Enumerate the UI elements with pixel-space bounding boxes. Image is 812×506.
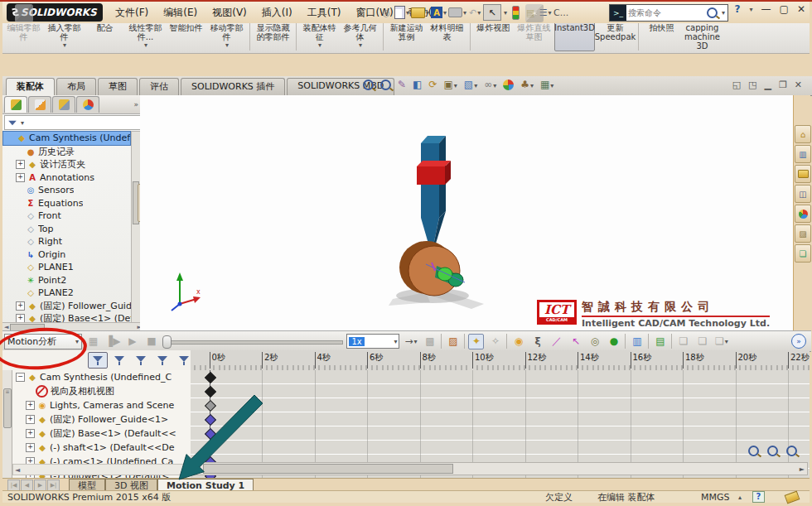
appearances-scenes-icon[interactable] bbox=[795, 205, 811, 223]
timeline-ruler[interactable]: 0秒2秒4秒6秒8秒10秒12秒14秒16秒18秒20秒22秒 bbox=[191, 350, 810, 371]
motion-tree-item-5[interactable]: +◆(-) shaft<1> (Default<<De bbox=[12, 441, 191, 455]
timebar-slider[interactable] bbox=[162, 335, 343, 348]
add-key-icon[interactable]: ✧ bbox=[487, 334, 503, 349]
filter-animated-icon[interactable] bbox=[109, 352, 129, 369]
commandmanager-tab-0[interactable]: 装配体 bbox=[6, 78, 55, 96]
hide-show-items-icon[interactable]: ∞▾ bbox=[484, 79, 496, 90]
commandmanager-tab-2[interactable]: 草图 bbox=[98, 78, 138, 96]
tree-expand-icon[interactable]: + bbox=[16, 160, 25, 169]
collapse-motionmanager-icon[interactable]: » bbox=[791, 334, 806, 349]
tab-nav-next-icon[interactable]: ▶ bbox=[34, 479, 46, 491]
panel-overflow-chevron-icon[interactable]: » bbox=[133, 100, 138, 108]
open-document-icon[interactable]: ▾ bbox=[411, 5, 429, 20]
linear-pattern-dropdown-icon[interactable]: ▾ bbox=[144, 41, 147, 49]
bottom-tab-0[interactable]: 模型 bbox=[69, 479, 105, 491]
force-icon[interactable]: ／ bbox=[549, 334, 564, 349]
feature-tree-item-7[interactable]: ◇Top bbox=[2, 223, 131, 236]
motion-tree-item-4[interactable]: +◆(固定) Base<1> (Default<< bbox=[12, 426, 191, 441]
search-magnifier-icon[interactable] bbox=[707, 7, 718, 18]
feature-tree-item-14[interactable]: +◆(固定) Base<1> (Defau bbox=[2, 312, 131, 322]
select-tool-dropdown[interactable]: ▾ bbox=[504, 9, 507, 17]
filter-none-icon[interactable] bbox=[88, 352, 108, 369]
zoom-area-icon[interactable] bbox=[380, 80, 391, 90]
calculate-icon[interactable]: ▦ bbox=[85, 334, 101, 349]
featuremanager-tab[interactable] bbox=[4, 96, 27, 113]
previous-view-icon[interactable]: ▣▾ bbox=[443, 79, 457, 90]
play-icon[interactable]: ▶ bbox=[124, 334, 140, 349]
bottom-tab-2[interactable]: Motion Study 1 bbox=[157, 479, 254, 491]
insert-component-dropdown-icon[interactable]: ▾ bbox=[63, 41, 66, 49]
tab-nav-last-icon[interactable]: ▶| bbox=[47, 479, 60, 491]
maximize-button[interactable]: ▢ bbox=[780, 3, 789, 15]
menu-item-1[interactable]: 编辑(E) bbox=[156, 3, 205, 22]
zoom-fit-icon[interactable] bbox=[363, 80, 374, 90]
search-dropdown-icon[interactable]: ▾ bbox=[722, 9, 725, 17]
move-component-dropdown-icon[interactable]: ▾ bbox=[225, 41, 229, 49]
timeline-zoom-out-icon[interactable] bbox=[786, 446, 797, 456]
spring-icon[interactable]: ξ bbox=[529, 334, 545, 349]
doc-close-icon[interactable]: ✕ bbox=[795, 80, 802, 90]
select-tool-icon[interactable]: ↖ bbox=[483, 4, 501, 21]
doc-minimize-icon[interactable]: ▁ bbox=[764, 80, 771, 90]
duplicate-study-icon[interactable]: ❏▾ bbox=[713, 334, 729, 349]
timeline-hscroll-left-icon[interactable]: ◄ bbox=[195, 465, 200, 473]
tab-nav-prev-icon[interactable]: ◀ bbox=[21, 479, 33, 491]
configurationmanager-tab[interactable] bbox=[52, 96, 75, 113]
displaymanager-tab[interactable] bbox=[76, 96, 99, 113]
tree-expand-icon[interactable]: + bbox=[16, 301, 25, 311]
doc-restore-right-icon[interactable]: ◳ bbox=[748, 80, 756, 90]
timeline-hscroll-right-icon[interactable]: ► bbox=[800, 465, 805, 473]
results-plots-icon[interactable]: ▥ bbox=[629, 334, 645, 349]
status-units-dropdown-icon[interactable]: ▴ bbox=[738, 494, 742, 501]
help-dropdown-icon[interactable]: ▾ bbox=[750, 6, 753, 13]
tree-expand-icon[interactable]: + bbox=[16, 314, 25, 322]
filter-selected-icon[interactable] bbox=[152, 352, 172, 369]
commandmanager-tab-1[interactable]: 布局 bbox=[56, 78, 96, 96]
motion-tree-vscrollbar[interactable]: ≡ bbox=[2, 370, 12, 478]
commandmanager-tab-3[interactable]: 评估 bbox=[139, 78, 179, 96]
timeline-zoom-in-icon[interactable] bbox=[767, 446, 778, 456]
custom-properties-icon[interactable]: ▨ bbox=[795, 224, 811, 243]
menu-item-3[interactable]: 插入(I) bbox=[254, 3, 300, 22]
tree-filter-dropdown-icon[interactable]: ▾ bbox=[21, 119, 24, 127]
paste-study-icon[interactable]: ❏ bbox=[694, 334, 710, 349]
tree-expand-icon[interactable]: + bbox=[26, 401, 35, 410]
tree-filter-row[interactable]: ▾ bbox=[4, 115, 141, 130]
magnified-selection-icon[interactable]: ✎ bbox=[398, 79, 406, 90]
stop-icon[interactable]: ■ bbox=[143, 334, 159, 349]
motion-tree-hscrollbar[interactable]: ◄ ► bbox=[12, 464, 191, 475]
timeline-zoom-fit-icon[interactable] bbox=[748, 446, 759, 456]
view-settings-icon[interactable]: ▦▾ bbox=[540, 79, 553, 90]
autokey-icon[interactable]: ✦ bbox=[468, 334, 484, 349]
forum-icon[interactable]: ❏ bbox=[795, 244, 811, 263]
search-input[interactable] bbox=[626, 7, 707, 18]
new-document-icon[interactable]: ▾ bbox=[394, 5, 409, 20]
scene-icon[interactable]: ♣▾ bbox=[520, 79, 534, 90]
view-palette-icon[interactable]: ◫ bbox=[795, 185, 811, 203]
filter-driving-icon[interactable] bbox=[131, 352, 151, 369]
print-icon[interactable]: ▾ bbox=[448, 5, 466, 20]
motion-tree-item-2[interactable]: +◉Lights, Cameras and Scene bbox=[12, 398, 191, 412]
feature-tree-item-0[interactable]: ◆Cam Synthesis (Undefined bbox=[2, 131, 131, 146]
motor-icon[interactable]: ◉ bbox=[510, 334, 526, 349]
hscroll-left-icon[interactable]: ◄ bbox=[4, 324, 8, 330]
assembly-features-dropdown-icon[interactable]: ▾ bbox=[318, 41, 321, 49]
commandmanager-tab-4[interactable]: SOLIDWORKS 插件 bbox=[181, 78, 285, 96]
save-animation-icon[interactable]: ▩ bbox=[422, 334, 437, 349]
view-orientation-icon[interactable]: ⟳ bbox=[428, 79, 437, 90]
menu-item-2[interactable]: 视图(V) bbox=[205, 3, 254, 22]
file-explorer-icon[interactable] bbox=[795, 165, 811, 183]
motion-tree-scroll-thumb[interactable]: ≡ bbox=[3, 388, 12, 428]
gravity-icon[interactable]: ● bbox=[606, 334, 621, 349]
feature-tree-item-1[interactable]: ●历史记录 bbox=[2, 146, 131, 159]
tab-nav-first-icon[interactable]: |◀ bbox=[7, 479, 20, 491]
copy-study-icon[interactable]: ❏ bbox=[675, 334, 691, 349]
mtree-hscroll-right-icon[interactable]: ► bbox=[183, 466, 188, 474]
rebuild-icon[interactable] bbox=[509, 5, 522, 20]
feature-tree-item-5[interactable]: ΣEquations bbox=[2, 197, 131, 210]
section-view-icon[interactable]: ◧ bbox=[413, 79, 422, 90]
undo-icon[interactable]: ↶▾ bbox=[468, 5, 481, 20]
help-icon[interactable]: ? bbox=[735, 3, 741, 15]
doc-restore-left-icon[interactable]: ◱ bbox=[732, 80, 741, 90]
feature-tree-item-9[interactable]: ↳Origin bbox=[2, 248, 131, 262]
